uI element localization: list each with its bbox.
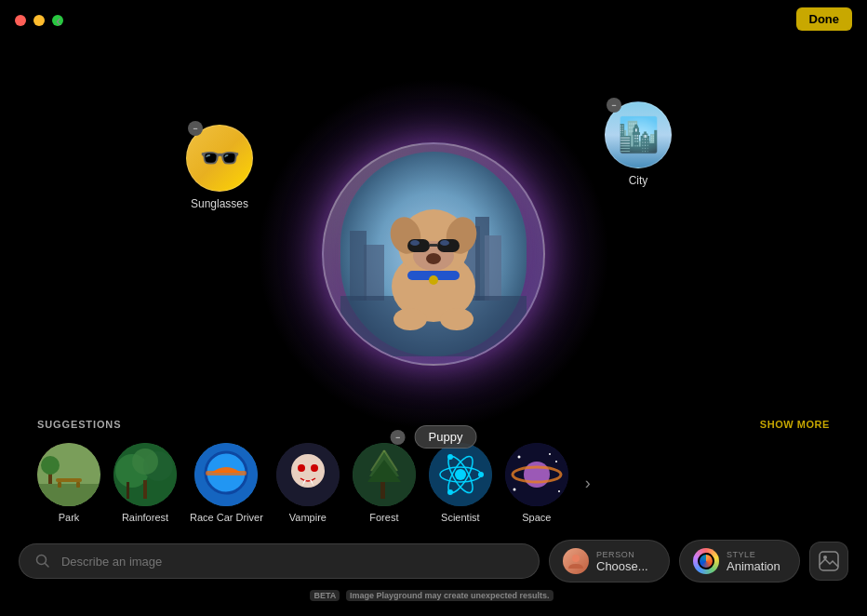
style-icon-inner	[698, 553, 714, 569]
svg-point-63	[558, 490, 560, 492]
done-button[interactable]: Done	[796, 7, 853, 31]
svg-point-28	[41, 456, 60, 475]
person-sublabel: PERSON	[596, 550, 648, 559]
style-label: Animation	[727, 559, 780, 573]
close-button[interactable]	[15, 15, 26, 26]
suggestions-title: SUGGESTIONS	[37, 419, 121, 430]
park-image	[37, 443, 100, 506]
beta-badge: BETA	[310, 590, 340, 601]
svg-point-40	[291, 454, 325, 488]
canvas-area: − 🕶️ Sunglasses − 🏙️ City	[0, 41, 867, 467]
park-label: Park	[59, 512, 80, 523]
suggestions-grid: Park Rainforest	[37, 443, 830, 523]
style-button[interactable]: STYLE Animation	[679, 540, 800, 583]
svg-point-17	[426, 253, 441, 264]
rainforest-image	[113, 443, 177, 506]
tag-city[interactable]: − 🏙️ City	[605, 101, 672, 187]
svg-point-61	[555, 461, 557, 462]
chevron-right-icon[interactable]: ›	[585, 474, 591, 493]
svg-point-58	[524, 462, 550, 488]
toolbar-row: PERSON Choose... STYLE Animation	[0, 532, 867, 590]
image-picker-button[interactable]	[809, 542, 848, 581]
scientist-image	[429, 443, 492, 506]
svg-point-20	[393, 308, 427, 330]
person-label: Choose...	[596, 559, 648, 573]
vampire-label: Vampire	[289, 512, 327, 523]
sunglasses-label: Sunglasses	[191, 197, 248, 210]
suggestion-space[interactable]: Space	[505, 443, 568, 523]
svg-point-42	[311, 464, 318, 472]
image-picker-icon	[819, 551, 839, 571]
remove-city[interactable]: −	[607, 98, 621, 113]
forest-image	[353, 443, 416, 506]
suggestion-forest[interactable]: Forest	[353, 443, 416, 523]
forest-label: Forest	[369, 512, 398, 523]
suggestion-vampire[interactable]: Vampire	[276, 443, 340, 523]
minimize-button[interactable]	[33, 15, 45, 26]
style-text: STYLE Animation	[727, 550, 780, 573]
svg-rect-24	[56, 478, 82, 482]
search-input-wrap[interactable]	[19, 543, 540, 579]
center-bubble	[322, 142, 545, 366]
svg-rect-12	[407, 239, 430, 252]
svg-point-32	[132, 449, 158, 475]
titlebar: ‹ Done	[0, 0, 867, 41]
svg-line-66	[46, 564, 49, 568]
suggestion-park[interactable]: Park	[37, 443, 100, 523]
search-input[interactable]	[61, 555, 524, 569]
svg-point-15	[410, 240, 420, 246]
svg-rect-14	[430, 244, 437, 247]
svg-point-41	[298, 464, 305, 472]
svg-point-16	[440, 240, 449, 246]
vampire-image	[276, 443, 340, 506]
person-button[interactable]: PERSON Choose...	[549, 540, 670, 583]
svg-point-21	[440, 308, 474, 330]
svg-point-60	[517, 456, 520, 459]
svg-rect-26	[76, 482, 80, 488]
search-svg	[35, 554, 50, 569]
style-icon	[693, 548, 719, 574]
svg-rect-25	[58, 482, 61, 488]
bottom-toolbar: PERSON Choose... STYLE Animation BETA	[0, 532, 867, 616]
city-label: City	[629, 174, 648, 187]
racecar-label: Race Car Driver	[190, 512, 263, 523]
puppy-pill: Puppy	[415, 425, 477, 449]
space-image	[505, 443, 568, 506]
remove-sunglasses[interactable]: −	[188, 121, 203, 136]
person-text: PERSON Choose...	[596, 550, 648, 573]
svg-rect-13	[437, 239, 460, 252]
tag-sunglasses[interactable]: − 🕶️ Sunglasses	[186, 125, 253, 210]
show-more-button[interactable]: SHOW MORE	[760, 419, 830, 430]
space-label: Space	[522, 512, 551, 523]
svg-rect-33	[143, 480, 147, 499]
racecar-image	[194, 443, 258, 506]
svg-point-19	[429, 275, 438, 285]
style-sublabel: STYLE	[727, 550, 780, 559]
remove-puppy[interactable]: −	[391, 430, 406, 445]
suggestion-rainforest[interactable]: Rainforest	[113, 443, 177, 523]
svg-point-64	[549, 453, 551, 455]
back-button[interactable]: ‹	[56, 11, 61, 31]
svg-rect-34	[127, 482, 129, 499]
svg-rect-38	[206, 471, 247, 475]
svg-rect-5	[350, 231, 367, 301]
rainforest-label: Rainforest	[122, 512, 168, 523]
svg-point-54	[478, 472, 484, 477]
svg-point-50	[455, 469, 466, 480]
svg-rect-3	[485, 235, 501, 301]
scientist-label: Scientist	[441, 512, 480, 523]
svg-point-62	[513, 489, 515, 491]
svg-point-55	[447, 454, 453, 460]
svg-rect-4	[364, 245, 384, 301]
puppy-label-container: − Puppy	[391, 425, 477, 449]
beta-notice: BETA Image Playground may create unexpec…	[0, 590, 867, 606]
beta-text: Image Playground may create unexpected r…	[346, 590, 554, 601]
dog-image	[340, 152, 527, 356]
person-avatar	[563, 548, 589, 574]
svg-rect-23	[37, 484, 100, 506]
suggestion-race-car-driver[interactable]: Race Car Driver	[190, 443, 263, 523]
svg-point-56	[447, 489, 453, 495]
search-icon	[34, 552, 52, 570]
suggestion-scientist[interactable]: Scientist	[429, 443, 492, 523]
svg-point-67	[572, 555, 580, 562]
